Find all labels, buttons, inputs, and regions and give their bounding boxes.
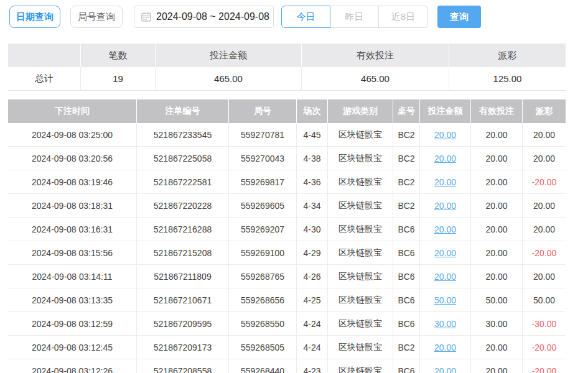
table-code: BC6 [393, 265, 420, 288]
table-code: BC6 [393, 218, 420, 241]
valid-bet: 30.00 [471, 312, 523, 335]
valid-bet: 50.00 [471, 288, 523, 311]
payout: 20.00 [523, 265, 566, 288]
bet-amount-link[interactable]: 20.00 [434, 343, 456, 352]
bet-amount-link[interactable]: 20.00 [434, 272, 456, 282]
bet-amount-link[interactable]: 20.00 [434, 366, 456, 373]
bet-time: 2024-09-08 03:20:56 [8, 147, 137, 170]
summary-header-valid-bet: 有效投注 [302, 44, 449, 67]
bet-id: 521867220228 [137, 194, 229, 217]
payout: 20.00 [523, 147, 566, 170]
today-button[interactable]: 今日 [281, 6, 330, 28]
records-body: 2024-09-08 03:25:00 521867233545 5592707… [8, 123, 566, 373]
game-type: 区块链骰宝 [328, 312, 393, 335]
summary-header-empty [8, 44, 81, 67]
bet-amount-cell: 20.00 [420, 123, 471, 146]
header-table-code: 桌号 [393, 99, 420, 123]
record-row: 2024-09-08 03:25:00 521867233545 5592707… [8, 123, 566, 147]
bet-amount-link[interactable]: 30.00 [434, 319, 456, 329]
bet-time: 2024-09-08 03:13:35 [8, 288, 137, 311]
table-code: BC2 [393, 336, 420, 359]
round-id: 559269100 [229, 241, 297, 264]
summary-header-payout: 派彩 [449, 44, 566, 67]
valid-bet: 20.00 [471, 241, 523, 264]
quick-range-group: 今日 昨日 近8日 [281, 6, 428, 28]
records-table: 下注时间 注单编号 局号 场次 游戏类别 桌号 投注金额 有效投注 派彩 202… [8, 99, 566, 373]
round-id: 559270781 [229, 123, 297, 146]
record-row: 2024-09-08 03:19:46 521867222581 5592698… [8, 170, 566, 194]
game-type: 区块链骰宝 [328, 170, 393, 193]
bet-amount-link[interactable]: 50.00 [434, 295, 456, 305]
payout: -20.00 [523, 170, 566, 193]
session: 4-36 [297, 170, 328, 193]
bet-amount-link[interactable]: 20.00 [434, 224, 456, 234]
header-game-type: 游戏类别 [328, 99, 393, 123]
record-row: 2024-09-08 03:13:35 521867210671 5592686… [8, 288, 566, 312]
bet-time: 2024-09-08 03:15:56 [8, 241, 137, 264]
table-code: BC6 [393, 288, 420, 311]
bet-amount-cell: 20.00 [420, 265, 471, 288]
bet-id: 521867209595 [137, 312, 229, 335]
date-query-tab[interactable]: 日期查询 [9, 6, 60, 28]
valid-bet: 20.00 [471, 123, 523, 146]
table-code: BC6 [393, 312, 420, 335]
session: 4-30 [297, 218, 328, 241]
payout: -20.00 [523, 359, 566, 373]
search-button[interactable]: 查询 [437, 6, 481, 28]
table-code: BC2 [393, 170, 420, 193]
date-range-value: 2024-09-08 ~ 2024-09-08 [156, 11, 269, 22]
bet-amount-link[interactable]: 20.00 [434, 130, 456, 140]
summary-total-count: 19 [81, 67, 156, 90]
record-row: 2024-09-08 03:20:56 521867225058 5592700… [8, 147, 566, 170]
header-session: 场次 [297, 99, 328, 123]
bet-amount-link[interactable]: 20.00 [434, 248, 456, 258]
valid-bet: 20.00 [471, 218, 523, 241]
summary-total-payout: 125.00 [449, 67, 566, 90]
bet-amount-cell: 20.00 [420, 241, 471, 264]
game-type: 区块链骰宝 [328, 336, 393, 359]
bet-time: 2024-09-08 03:12:26 [8, 359, 137, 373]
summary-header-count: 笔数 [81, 44, 156, 67]
round-id: 559268440 [229, 359, 297, 373]
last-8-days-button[interactable]: 近8日 [379, 6, 428, 28]
game-type: 区块链骰宝 [328, 123, 393, 146]
bet-time: 2024-09-08 03:19:46 [8, 170, 137, 193]
round-query-tab[interactable]: 局号查询 [70, 6, 123, 28]
bet-id: 521867222581 [137, 170, 229, 193]
valid-bet: 20.00 [471, 194, 523, 217]
yesterday-button[interactable]: 昨日 [330, 6, 379, 28]
bet-time: 2024-09-08 03:18:31 [8, 194, 137, 217]
valid-bet: 20.00 [471, 359, 523, 373]
bet-amount-cell: 20.00 [420, 194, 471, 217]
bet-amount-link[interactable]: 20.00 [434, 177, 456, 187]
bet-id: 521867225058 [137, 147, 229, 170]
bet-time: 2024-09-08 03:14:11 [8, 265, 137, 288]
round-id: 559268765 [229, 265, 297, 288]
record-row: 2024-09-08 03:14:11 521867211809 5592687… [8, 265, 566, 288]
header-payout: 派彩 [523, 99, 566, 123]
table-code: BC6 [393, 241, 420, 264]
bet-amount-cell: 50.00 [420, 288, 471, 311]
bet-time: 2024-09-08 03:12:59 [8, 312, 137, 335]
bet-time: 2024-09-08 03:12:45 [8, 336, 137, 359]
table-code: BC6 [393, 359, 420, 373]
bet-amount-link[interactable]: 20.00 [434, 154, 456, 163]
record-row: 2024-09-08 03:12:45 521867209173 5592685… [8, 336, 566, 359]
round-id: 559269817 [229, 170, 297, 193]
bet-time: 2024-09-08 03:16:31 [8, 218, 137, 241]
summary-total-row: 总计 19 465.00 465.00 125.00 [8, 67, 566, 91]
bet-amount-link[interactable]: 20.00 [434, 201, 456, 211]
table-code: BC2 [393, 194, 420, 217]
record-row: 2024-09-08 03:12:26 521867208558 5592684… [8, 359, 566, 373]
round-id: 559269207 [229, 218, 297, 241]
date-range-input[interactable]: 2024-09-08 ~ 2024-09-08 [134, 6, 274, 28]
game-type: 区块链骰宝 [328, 265, 393, 288]
session: 4-24 [297, 312, 328, 335]
session: 4-38 [297, 147, 328, 170]
bet-id: 521867215208 [137, 241, 229, 264]
session: 4-25 [297, 288, 328, 311]
bet-id: 521867216288 [137, 218, 229, 241]
summary-header-bet-amount: 投注金额 [156, 44, 302, 67]
table-code: BC2 [393, 123, 420, 146]
session: 4-34 [297, 194, 328, 217]
